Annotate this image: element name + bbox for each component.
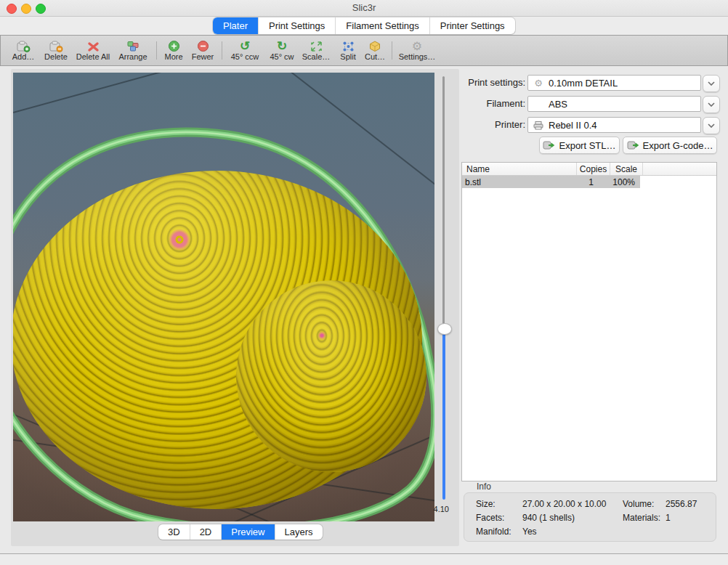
filament-label: Filament: bbox=[459, 98, 525, 109]
manifold-value: Yes bbox=[522, 527, 537, 537]
tab-print-settings[interactable]: Print Settings bbox=[259, 17, 336, 34]
main-tab-row: Plater Print Settings Filament Settings … bbox=[0, 17, 728, 35]
export-stl-label: Export STL… bbox=[559, 140, 615, 151]
printer-icon bbox=[532, 121, 545, 130]
status-bar bbox=[0, 553, 728, 565]
sliced-object-small[interactable] bbox=[236, 280, 426, 472]
split-button[interactable]: Split bbox=[335, 38, 361, 62]
rotate-ccw-button[interactable]: ↺ 45° ccw bbox=[226, 38, 264, 62]
info-section-title: Info bbox=[477, 481, 491, 492]
large-object-top-marker bbox=[163, 224, 195, 256]
manifold-label: Manifold: bbox=[476, 527, 511, 537]
materials-label: Materials: bbox=[623, 513, 660, 523]
settings-panel: Print settings: ⚙ 0.10mm DETAIL Filament… bbox=[459, 69, 725, 553]
plater-panel: 4.10 3D 2D Preview Layers bbox=[11, 69, 459, 546]
layer-slider-track-filled[interactable] bbox=[442, 330, 445, 500]
more-button[interactable]: More bbox=[161, 38, 187, 62]
tab-printer-settings[interactable]: Printer Settings bbox=[430, 17, 515, 34]
volume-value: 2556.87 bbox=[666, 499, 697, 509]
slic3r-window: { "window": { "title": "Slic3r" }, "top_… bbox=[0, 0, 728, 565]
tab-filament-settings[interactable]: Filament Settings bbox=[336, 17, 429, 34]
printer-label: Printer: bbox=[459, 119, 525, 130]
size-value: 27.00 x 20.00 x 10.00 bbox=[522, 499, 606, 509]
layer-slider-thumb[interactable] bbox=[437, 323, 452, 335]
cubes-icon bbox=[114, 38, 152, 52]
layer-slider-value: 4.10 bbox=[420, 505, 449, 513]
chevron-down-icon bbox=[708, 81, 715, 86]
facets-value: 940 (1 shells) bbox=[522, 513, 575, 523]
settings-button[interactable]: ⚙ Settings… bbox=[396, 38, 438, 62]
column-header-name[interactable]: Name bbox=[462, 163, 577, 175]
print-settings-label: Print settings: bbox=[459, 77, 525, 88]
print-settings-dropdown-button[interactable] bbox=[703, 75, 720, 92]
facets-label: Facets: bbox=[476, 513, 504, 523]
printer-value: Rebel II 0.4 bbox=[549, 120, 597, 131]
materials-value: 1 bbox=[666, 513, 671, 523]
toolbar-separator bbox=[392, 41, 392, 60]
print-settings-select[interactable]: ⚙ 0.10mm DETAIL bbox=[527, 75, 701, 91]
size-label: Size: bbox=[476, 499, 496, 509]
red-x-icon bbox=[72, 38, 114, 52]
add-button[interactable]: Add… bbox=[7, 38, 40, 62]
filament-select[interactable]: ABS bbox=[527, 96, 701, 112]
cell-copies: 1 bbox=[575, 176, 608, 188]
export-gcode-label: Export G-code… bbox=[643, 140, 713, 151]
scale-arrows-icon bbox=[299, 38, 333, 52]
export-icon bbox=[627, 140, 639, 150]
view-tab-3d[interactable]: 3D bbox=[158, 524, 190, 540]
column-header-copies[interactable]: Copies bbox=[577, 163, 610, 175]
toolbar-separator bbox=[156, 41, 157, 60]
volume-label: Volume: bbox=[623, 499, 654, 509]
rotate-cw-button[interactable]: ↻ 45° cw bbox=[265, 38, 299, 62]
chevron-down-icon bbox=[708, 123, 715, 128]
table-header: Name Copies Scale bbox=[462, 163, 716, 176]
export-icon bbox=[543, 140, 555, 150]
main-tabs: Plater Print Settings Filament Settings … bbox=[213, 17, 515, 34]
cell-name: b.stl bbox=[462, 176, 575, 188]
3d-preview-viewport[interactable] bbox=[13, 73, 434, 521]
cut-box-icon bbox=[361, 38, 389, 52]
delete-button[interactable]: Delete bbox=[40, 38, 72, 62]
toolbar: Add… Delete Delete All Arrange More Fewe… bbox=[0, 35, 728, 66]
info-box: Size: 27.00 x 20.00 x 10.00 Volume: 2556… bbox=[464, 492, 716, 542]
window-title: Slic3r bbox=[0, 2, 728, 13]
gear-icon: ⚙ bbox=[396, 38, 438, 52]
green-plus-icon bbox=[161, 38, 187, 52]
tab-plater[interactable]: Plater bbox=[213, 17, 259, 34]
rotate-ccw-icon: ↺ bbox=[226, 38, 264, 52]
filament-value: ABS bbox=[549, 99, 567, 110]
export-stl-button[interactable]: Export STL… bbox=[539, 137, 620, 154]
cell-scale: 100% bbox=[607, 176, 640, 188]
small-object-top-marker bbox=[318, 331, 326, 340]
view-tab-preview[interactable]: Preview bbox=[222, 524, 275, 540]
gear-icon: ⚙ bbox=[532, 77, 545, 89]
delete-all-button[interactable]: Delete All bbox=[72, 38, 114, 62]
rotate-cw-icon: ↻ bbox=[265, 38, 299, 52]
object-list-table[interactable]: Name Copies Scale b.stl 1 100% bbox=[461, 162, 717, 481]
arrange-button[interactable]: Arrange bbox=[114, 38, 152, 62]
box-remove-icon bbox=[40, 38, 72, 52]
view-mode-tabs: 3D 2D Preview Layers bbox=[158, 524, 323, 540]
view-tab-layers[interactable]: Layers bbox=[275, 524, 323, 540]
chevron-down-icon bbox=[708, 102, 715, 107]
filament-dropdown-button[interactable] bbox=[703, 96, 720, 113]
red-minus-icon bbox=[187, 38, 219, 52]
print-settings-value: 0.10mm DETAIL bbox=[549, 78, 618, 89]
scale-button[interactable]: Scale… bbox=[299, 38, 333, 62]
split-dots-icon bbox=[335, 38, 361, 52]
fewer-button[interactable]: Fewer bbox=[187, 38, 219, 62]
box-add-icon bbox=[7, 38, 40, 52]
export-gcode-button[interactable]: Export G-code… bbox=[623, 137, 717, 154]
printer-dropdown-button[interactable] bbox=[703, 117, 720, 134]
printer-select[interactable]: Rebel II 0.4 bbox=[527, 117, 701, 133]
table-row[interactable]: b.stl 1 100% bbox=[462, 176, 640, 188]
layer-slider-track[interactable] bbox=[442, 76, 445, 325]
column-header-scale[interactable]: Scale bbox=[610, 163, 643, 175]
cut-button[interactable]: Cut… bbox=[361, 38, 389, 62]
toolbar-separator bbox=[222, 41, 222, 60]
title-bar: Slic3r bbox=[0, 0, 728, 17]
view-tab-2d[interactable]: 2D bbox=[190, 524, 222, 540]
